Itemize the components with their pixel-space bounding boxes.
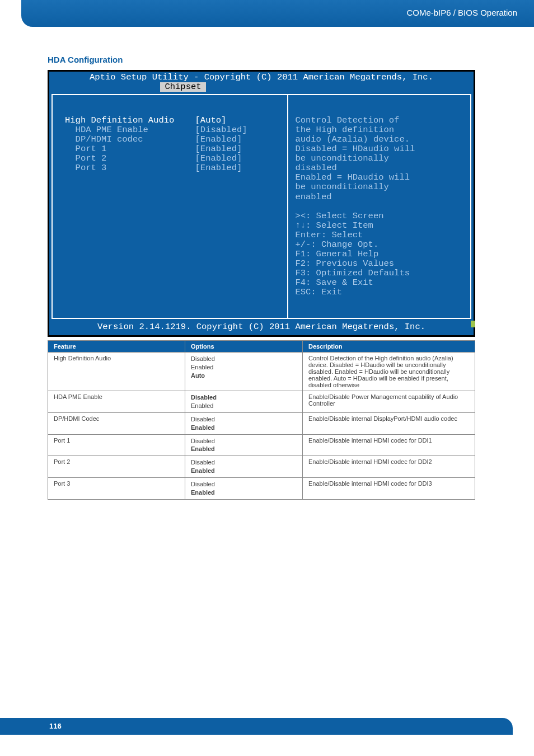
option-value: Disabled [191,458,297,467]
option-value: Disabled [191,437,297,445]
option-value: Disabled [191,480,297,489]
table-header-row: Feature Options Description [48,341,475,353]
table-row: DP/HDMI CodecDisabledEnabledEnable/Disab… [48,412,475,434]
cell-options: DisabledEnabled [185,391,303,413]
bios-title: Aptio Setup Utility - Copyright (C) 2011… [49,73,474,82]
option-value: Disabled [191,355,297,363]
cell-options: DisabledEnabled [185,434,303,456]
page-footer: 116 [0,718,513,735]
bios-tab-chipset: Chipset [160,82,205,92]
cell-feature: DP/HDMI Codec [48,412,185,434]
option-value: Disabled [191,393,297,402]
page-header: COMe-bIP6 / BIOS Operation [21,0,534,27]
bios-value-port1: [Enabled] [195,144,242,154]
col-header-options: Options [185,341,303,353]
option-value: Enabled [191,489,297,497]
cell-feature: HDA PME Enable [48,391,185,413]
breadcrumb: COMe-bIP6 / BIOS Operation [21,0,534,17]
col-header-feature: Feature [48,341,185,353]
bios-settings-panel: High Definition Audio [Auto] HDA PME Ena… [51,94,288,319]
bios-version-footer: Version 2.14.1219. Copyright (C) 2011 Am… [49,321,474,335]
table-row: HDA PME EnableDisabledEnabledEnable/Disa… [48,391,475,413]
option-value: Enabled [191,445,297,453]
cell-feature: Port 2 [48,456,185,478]
cell-feature: Port 1 [48,434,185,456]
col-header-description: Description [303,341,475,353]
bios-title-bar: Aptio Setup Utility - Copyright (C) 2011… [49,72,474,92]
table-row: Port 2DisabledEnabledEnable/Disable inte… [48,456,475,478]
feature-table: Feature Options Description High Definit… [48,340,475,499]
cell-feature: High Definition Audio [48,353,185,391]
bios-screenshot: Aptio Setup Utility - Copyright (C) 2011… [48,70,475,337]
cell-options: DisabledEnabled [185,456,303,478]
bios-item-port2: Port 2 [65,153,195,163]
bios-value-pme: [Disabled] [195,125,247,135]
cell-description: Enable/Disable internal DisplayPort/HDMI… [303,412,475,434]
page-edge-marker-icon [471,321,475,327]
option-value: Disabled [191,415,297,424]
bios-value-hda: [Auto] [195,115,227,125]
section-title: HDA Configuration [48,55,486,64]
bios-value-port2: [Enabled] [195,153,242,163]
cell-options: DisabledEnabled [185,412,303,434]
cell-description: Control Detection of the High definition… [303,353,475,391]
bios-value-dphdmi: [Enabled] [195,134,242,144]
cell-description: Enable/Disable Power Management capabili… [303,391,475,413]
table-row: High Definition AudioDisabledEnabledAuto… [48,353,475,391]
cell-options: DisabledEnabledAuto [185,353,303,391]
bios-key-legend: ><: Select Screen ↑↓: Select Item Enter:… [295,211,410,297]
option-value: Enabled [191,467,297,475]
bios-item-pme: HDA PME Enable [65,125,195,135]
option-value: Auto [191,372,297,380]
option-value: Enabled [191,402,297,410]
cell-options: DisabledEnabled [185,477,303,499]
bios-item-hda: High Definition Audio [65,115,195,125]
bios-item-port3: Port 3 [65,163,195,173]
cell-description: Enable/Disable internal HDMI codec for D… [303,434,475,456]
option-value: Enabled [191,363,297,372]
cell-description: Enable/Disable internal HDMI codec for D… [303,477,475,499]
page-number: 116 [0,718,513,730]
bios-help-text: Control Detection of the High definition… [295,115,415,201]
cell-description: Enable/Disable internal HDMI codec for D… [303,456,475,478]
bios-help-panel: Control Detection of the High definition… [288,94,471,319]
bios-value-port3: [Enabled] [195,163,242,173]
bios-item-port1: Port 1 [65,144,195,154]
cell-feature: Port 3 [48,477,185,499]
option-value: Enabled [191,424,297,432]
table-row: Port 1DisabledEnabledEnable/Disable inte… [48,434,475,456]
table-row: Port 3DisabledEnabledEnable/Disable inte… [48,477,475,499]
bios-item-dphdmi: DP/HDMI codec [65,134,195,144]
